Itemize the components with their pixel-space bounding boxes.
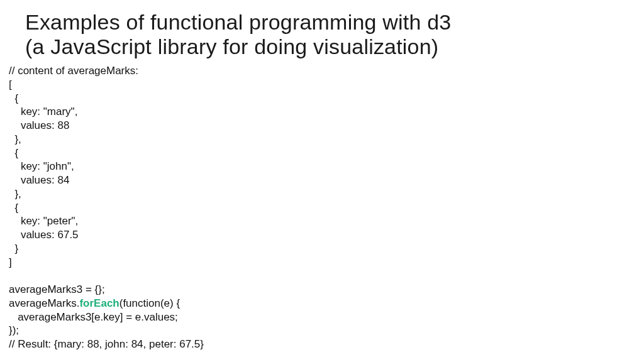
code-line: } bbox=[9, 243, 18, 255]
code-line: { bbox=[9, 202, 18, 214]
slide: Examples of functional programming with … bbox=[0, 0, 644, 362]
code-line: values: 67.5 bbox=[9, 229, 79, 241]
code-line: ] bbox=[9, 256, 12, 268]
code-line: key: "mary", bbox=[9, 106, 77, 118]
code-line: averageMarks3 = {}; bbox=[9, 283, 105, 295]
code-line: { bbox=[9, 147, 18, 159]
code-line: { bbox=[9, 92, 18, 104]
code-line: // content of averageMarks: bbox=[9, 65, 138, 77]
title-line-2: (a JavaScript library for doing visualiz… bbox=[25, 35, 438, 58]
code-line: }, bbox=[9, 188, 21, 200]
code-line: averageMarks3[e.key] = e.values; bbox=[9, 311, 178, 323]
title-line-1: Examples of functional programming with … bbox=[25, 10, 451, 34]
code-line: averageMarks. bbox=[9, 297, 79, 309]
code-line: }); bbox=[9, 324, 19, 336]
code-line: (function(e) { bbox=[119, 297, 180, 309]
code-line: values: 88 bbox=[9, 119, 69, 131]
code-highlight-foreach: forEach bbox=[79, 297, 119, 309]
code-line: values: 84 bbox=[9, 174, 69, 186]
code-line: }, bbox=[9, 133, 21, 145]
slide-title: Examples of functional programming with … bbox=[25, 10, 625, 59]
code-line: // Result: {mary: 88, john: 84, peter: 6… bbox=[9, 338, 204, 350]
code-block: // content of averageMarks: [ { key: "ma… bbox=[9, 64, 625, 351]
code-line: key: "john", bbox=[9, 160, 74, 172]
code-line: [ bbox=[9, 79, 12, 90]
code-line: key: "peter", bbox=[9, 215, 78, 227]
